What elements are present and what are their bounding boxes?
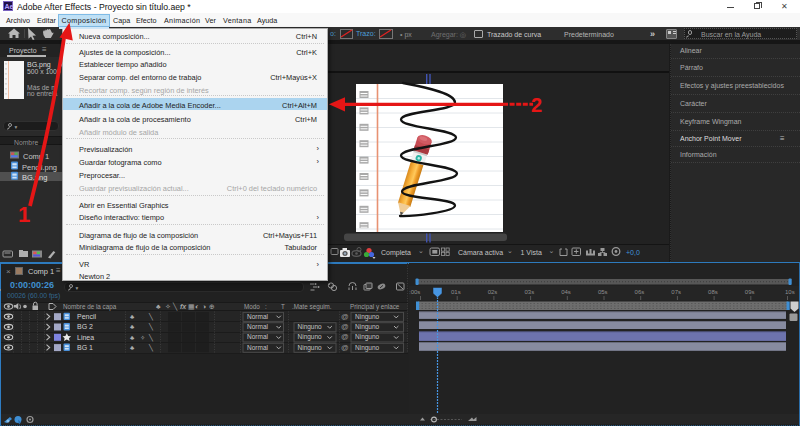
svg-text:1: 1 (18, 202, 30, 227)
svg-text:2: 2 (531, 94, 542, 116)
